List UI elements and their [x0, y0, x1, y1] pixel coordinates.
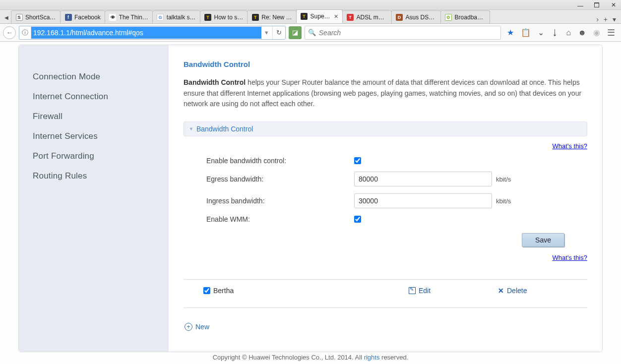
- plus-icon: +: [185, 323, 192, 331]
- separator: [184, 279, 587, 280]
- window-titlebar: ✕: [0, 0, 621, 10]
- egress-unit: kbit/s: [496, 176, 511, 183]
- search-bar[interactable]: 🔍: [305, 26, 501, 40]
- rule-delete-button[interactable]: ✕ Delete: [498, 287, 587, 295]
- tab-label: How to s…: [214, 14, 244, 21]
- tab-label: Re: New …: [261, 14, 292, 21]
- tab-menu-button[interactable]: ▾: [613, 15, 616, 23]
- tab-label: talktalk s…: [167, 14, 196, 21]
- search-icon: 🔍: [308, 29, 316, 36]
- delete-label: Delete: [507, 287, 527, 295]
- tab-strip: ◄ SShortScal… fFacebook 👁The Thin… Gtalk…: [0, 10, 621, 24]
- whats-this-link[interactable]: What's this?: [553, 142, 587, 150]
- window-close-button[interactable]: ✕: [610, 1, 617, 8]
- tab-label: Asus DSL…: [406, 14, 436, 21]
- search-input[interactable]: [319, 29, 498, 37]
- downloads-icon[interactable]: ⭣: [551, 28, 559, 37]
- back-button[interactable]: ←: [3, 26, 16, 39]
- tab-label: Broadban…: [455, 14, 486, 21]
- address-dropdown-icon[interactable]: ▾: [261, 29, 272, 36]
- wmm-label: Enable WMM:: [184, 215, 354, 223]
- whats-this-link-2[interactable]: What's this?: [553, 254, 587, 261]
- sidebar-item-port-forwarding[interactable]: Port Forwarding: [33, 146, 169, 166]
- tab-close-icon[interactable]: ✕: [334, 13, 338, 20]
- ingress-unit: kbit/s: [496, 197, 511, 205]
- tab-super[interactable]: TSupe…✕: [296, 9, 343, 23]
- collapse-icon: ▼: [189, 126, 193, 131]
- footer-text: Copyright © Huawei Technologies Co., Ltd…: [213, 354, 364, 361]
- page-description: Bandwidth Control helps your Super Route…: [184, 77, 587, 110]
- tab-history-button[interactable]: ◄: [2, 11, 11, 23]
- pocket-badge-icon[interactable]: ◪: [289, 26, 302, 39]
- window-maximize-button[interactable]: [594, 2, 599, 7]
- enable-bandwidth-checkbox[interactable]: [354, 157, 361, 164]
- tab-label: ShortScal…: [25, 14, 56, 21]
- sidebar-item-firewall[interactable]: Firewall: [33, 107, 169, 126]
- sidebar-item-internet-services[interactable]: Internet Services: [33, 126, 169, 146]
- sidebar-item-internet-connection[interactable]: Internet Connection: [33, 87, 169, 107]
- rule-row: Bertha Edit ✕ Delete: [184, 285, 587, 297]
- tab-broadband[interactable]: ✿Broadban…: [440, 10, 490, 23]
- address-bar[interactable]: ⓘ ▾ ↻: [19, 26, 286, 40]
- ingress-label: Ingress bandwidth:: [184, 197, 354, 205]
- router-page: Connection Mode Internet Connection Fire…: [18, 45, 603, 352]
- tab-label: ADSL mo…: [357, 14, 387, 21]
- new-tab-button[interactable]: +: [604, 15, 608, 23]
- sync-icon[interactable]: ◉: [593, 28, 600, 37]
- wmm-checkbox[interactable]: [354, 216, 361, 223]
- section-header-bandwidth[interactable]: ▼ Bandwidth Control: [184, 121, 587, 136]
- bookmark-star-icon[interactable]: ★: [507, 28, 514, 37]
- home-icon[interactable]: ⌂: [566, 28, 571, 37]
- tab-renew[interactable]: TRe: New …: [247, 10, 296, 23]
- separator: [184, 307, 587, 308]
- tab-label: Supe…: [310, 13, 330, 20]
- chat-icon[interactable]: ☻: [578, 28, 586, 37]
- tab-scroll-right-icon[interactable]: ›: [596, 15, 599, 23]
- delete-icon: ✕: [498, 287, 504, 295]
- tab-label: The Thin…: [119, 14, 148, 21]
- tab-talktalk[interactable]: Gtalktalk s…: [152, 10, 200, 23]
- rule-name: Bertha: [213, 287, 234, 295]
- sidebar-item-connection-mode[interactable]: Connection Mode: [33, 67, 169, 87]
- enable-bandwidth-label: Enable bandwidth control:: [184, 157, 354, 165]
- tab-asusdsl[interactable]: DAsus DSL…: [391, 10, 441, 23]
- tab-label: Facebook: [74, 14, 101, 21]
- save-button[interactable]: Save: [522, 233, 564, 247]
- tab-shortscal[interactable]: SShortScal…: [11, 10, 61, 23]
- tab-adsl[interactable]: TADSL mo…: [342, 10, 392, 23]
- rule-checkbox[interactable]: [203, 287, 210, 294]
- edit-label: Edit: [419, 287, 431, 295]
- browser-toolbar: ← ⓘ ▾ ↻ ◪ 🔍 ★ 📋 ⌄ ⭣ ⌂ ☻ ◉ ☰: [0, 24, 621, 42]
- site-info-icon[interactable]: ⓘ: [19, 26, 31, 39]
- clipboard-icon[interactable]: 📋: [521, 28, 531, 37]
- sidebar-item-routing-rules[interactable]: Routing Rules: [33, 166, 169, 186]
- menu-icon[interactable]: ☰: [607, 27, 615, 38]
- pocket-icon[interactable]: ⌄: [538, 28, 544, 37]
- reload-button[interactable]: ↻: [272, 26, 285, 39]
- page-footer: Copyright © Huawei Technologies Co., Ltd…: [0, 352, 621, 363]
- egress-input[interactable]: [354, 172, 492, 186]
- content: Bandwidth Control Bandwidth Control help…: [169, 45, 602, 352]
- tab-facebook[interactable]: fFacebook: [60, 10, 105, 23]
- egress-label: Egress bandwidth:: [184, 175, 354, 183]
- section-title: Bandwidth Control: [196, 125, 253, 133]
- rule-edit-button[interactable]: Edit: [409, 287, 498, 295]
- ingress-input[interactable]: [354, 193, 492, 208]
- tab-thethin[interactable]: 👁The Thin…: [105, 10, 153, 23]
- desc-bold: Bandwidth Control: [184, 78, 246, 86]
- sidebar: Connection Mode Internet Connection Fire…: [19, 45, 169, 352]
- address-input[interactable]: [31, 27, 261, 39]
- page-viewport[interactable]: Connection Mode Internet Connection Fire…: [0, 42, 621, 364]
- new-label: New: [195, 323, 209, 331]
- footer-text-2: reserved.: [379, 354, 408, 361]
- new-rule-button[interactable]: + New: [184, 313, 587, 331]
- window-minimize-button[interactable]: [577, 6, 583, 6]
- page-title: Bandwidth Control: [184, 60, 587, 68]
- edit-icon: [409, 287, 416, 294]
- footer-rights-link[interactable]: rights: [364, 354, 380, 361]
- tab-howto[interactable]: THow to s…: [200, 10, 248, 23]
